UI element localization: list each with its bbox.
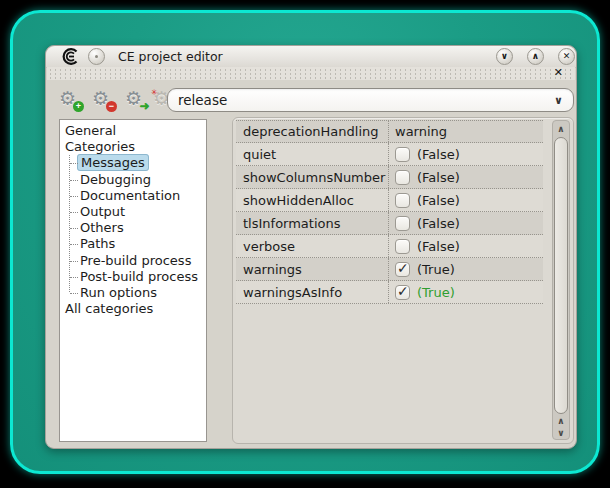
chevron-up-icon: ∧ <box>532 52 539 61</box>
window-menu-button[interactable] <box>88 48 105 65</box>
chevron-down-icon: ∨ <box>501 52 508 61</box>
tree-item-general[interactable]: General <box>60 123 206 139</box>
option-key: deprecationHandling <box>236 124 388 139</box>
option-row-showHiddenAlloc[interactable]: showHiddenAlloc(False) <box>236 189 543 212</box>
scrollbar-track[interactable] <box>553 136 569 415</box>
option-value-label: (False) <box>417 147 460 162</box>
option-key: showHiddenAlloc <box>236 193 388 208</box>
chevron-down-icon: ∨ <box>557 428 564 438</box>
checkbox-checked[interactable]: ✓ <box>395 285 410 300</box>
chevron-down-icon[interactable]: ∨ <box>554 94 563 107</box>
tree-item-label: Debugging <box>80 172 151 187</box>
chevron-up-icon: ∧ <box>557 124 564 134</box>
app-logo-icon <box>61 47 80 66</box>
scroll-up-button-bottom[interactable]: ∧ <box>553 415 569 427</box>
option-value-cell: (False) <box>388 189 543 211</box>
option-row-showColumnsNumber[interactable]: showColumnsNumber(False) <box>236 166 543 189</box>
titlebar[interactable]: CE project editor ∨ ∧ ✕ <box>46 46 576 68</box>
option-value-cell: (False) <box>388 235 543 257</box>
option-row-verbose[interactable]: verbose(False) <box>236 235 543 258</box>
gear-minus-icon-badge: − <box>106 101 117 112</box>
tree-item-messages[interactable]: Messages <box>60 155 206 171</box>
decorative-frame: CE project editor ∨ ∧ ✕ ✕ ⚙+⚙−⚙➜⚙✳✳ rele… <box>10 10 600 474</box>
window-title: CE project editor <box>118 49 223 64</box>
dock-close-icon[interactable]: ✕ <box>554 66 563 79</box>
option-row-deprecationHandling[interactable]: deprecationHandlingwarning <box>236 120 543 143</box>
checkbox-unchecked[interactable] <box>395 170 410 185</box>
option-key: warningsAsInfo <box>236 285 388 300</box>
checkbox-unchecked[interactable] <box>395 216 410 231</box>
checkbox-checked[interactable]: ✓ <box>395 262 410 277</box>
option-value-label: (True) <box>417 262 455 277</box>
tree-item-label: Documentation <box>80 188 180 203</box>
tree-item-post-build-process[interactable]: Post-build process <box>60 269 206 285</box>
tree-item-pre-build-process[interactable]: Pre-build process <box>60 253 206 269</box>
option-key: tlsInformations <box>236 216 388 231</box>
vertical-scrollbar[interactable]: ∧ ∧ ∨ <box>552 120 570 440</box>
configuration-combobox[interactable]: release ∨ <box>167 88 574 112</box>
option-row-warnings[interactable]: warnings✓(True) <box>236 258 543 281</box>
unshade-button[interactable]: ∧ <box>527 48 544 65</box>
scroll-down-button[interactable]: ∨ <box>553 427 569 439</box>
tree-item-label: All categories <box>65 301 153 316</box>
option-key: quiet <box>236 147 388 162</box>
option-value-label: (False) <box>417 216 460 231</box>
tree-item-label: Pre-build process <box>80 253 191 268</box>
category-tree: GeneralCategoriesMessagesDebuggingDocume… <box>59 119 207 442</box>
option-key: warnings <box>236 262 388 277</box>
option-value-cell: (False) <box>388 212 543 234</box>
option-value-cell: (False) <box>388 143 543 165</box>
tree-item-label: Others <box>80 220 124 235</box>
tree-item-label: Paths <box>80 236 115 251</box>
remove-configuration-button[interactable]: ⚙− <box>92 88 116 112</box>
desktop-background: CE project editor ∨ ∧ ✕ ✕ ⚙+⚙−⚙➜⚙✳✳ rele… <box>0 0 610 488</box>
shade-button[interactable]: ∨ <box>496 48 513 65</box>
dock-handle[interactable]: ✕ <box>47 67 575 80</box>
option-value-cell: ✓(True) <box>388 258 543 280</box>
option-value-label: (False) <box>417 239 460 254</box>
option-value-label: (False) <box>417 193 460 208</box>
gear-plus-icon-badge: + <box>73 101 84 112</box>
option-key: verbose <box>236 239 388 254</box>
tree-item-categories[interactable]: Categories <box>60 139 206 155</box>
tree-item-others[interactable]: Others <box>60 220 206 236</box>
tree-item-label: Post-build process <box>80 269 198 284</box>
tree-item-label: Categories <box>65 139 135 154</box>
scroll-up-button[interactable]: ∧ <box>553 121 569 136</box>
check-icon: ✓ <box>397 260 409 276</box>
add-configuration-button[interactable]: ⚙+ <box>59 88 83 112</box>
tree-item-output[interactable]: Output <box>60 204 206 220</box>
tree-item-debugging[interactable]: Debugging <box>60 172 206 188</box>
options-table: deprecationHandlingwarningquiet(False)sh… <box>232 117 574 444</box>
option-value-label: (True) <box>417 285 455 300</box>
tree-item-run-options[interactable]: Run options <box>60 285 206 301</box>
option-value-cell: ✓(True) <box>388 281 543 303</box>
close-button[interactable]: ✕ <box>558 48 575 65</box>
checkbox-unchecked[interactable] <box>395 147 410 162</box>
ce-project-editor-window: CE project editor ∨ ∧ ✕ ✕ ⚙+⚙−⚙➜⚙✳✳ rele… <box>45 45 577 449</box>
option-value-cell: warning <box>388 121 543 142</box>
option-row-warningsAsInfo[interactable]: warningsAsInfo✓(True) <box>236 281 543 304</box>
combobox-value: release <box>178 92 227 108</box>
scrollbar-thumb[interactable] <box>554 137 568 414</box>
options-rows: deprecationHandlingwarningquiet(False)sh… <box>236 120 543 304</box>
tree-item-label: Messages <box>77 154 149 171</box>
option-row-tlsInformations[interactable]: tlsInformations(False) <box>236 212 543 235</box>
copy-configuration-button[interactable]: ⚙➜ <box>125 88 149 112</box>
option-value-label: (False) <box>417 170 460 185</box>
option-value-label: warning <box>395 124 447 139</box>
tree-item-label: Run options <box>80 285 157 300</box>
check-icon: ✓ <box>397 283 409 299</box>
option-key: showColumnsNumber <box>236 170 388 185</box>
red-spark-icon: ✳ <box>151 88 158 97</box>
tree-item-paths[interactable]: Paths <box>60 236 206 252</box>
checkbox-unchecked[interactable] <box>395 239 410 254</box>
gear-arrow-icon-badge: ➜ <box>139 101 150 112</box>
tree-item-all-categories[interactable]: All categories <box>60 301 206 317</box>
tree-item-documentation[interactable]: Documentation <box>60 188 206 204</box>
close-icon: ✕ <box>563 52 571 61</box>
option-row-quiet[interactable]: quiet(False) <box>236 143 543 166</box>
checkbox-unchecked[interactable] <box>395 193 410 208</box>
tree-item-label: General <box>65 123 116 138</box>
menu-dot-icon <box>95 55 98 58</box>
